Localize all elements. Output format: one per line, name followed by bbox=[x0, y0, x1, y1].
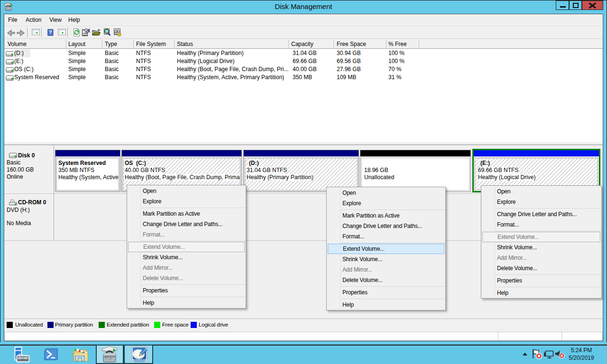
svg-text:?: ? bbox=[49, 29, 52, 35]
